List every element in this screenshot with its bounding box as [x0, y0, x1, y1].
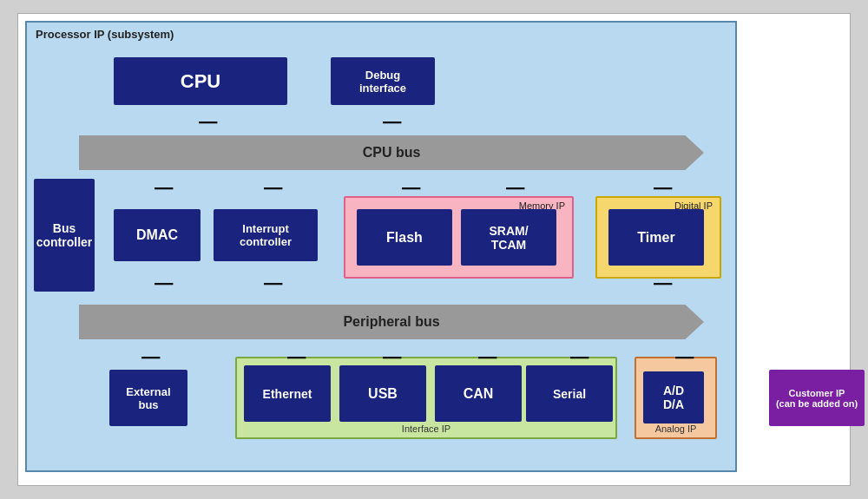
arrow-interrupt-top: ⸻ — [260, 168, 286, 207]
interface-ip-label: Interface IP — [402, 423, 450, 434]
cpu-box: CPU — [114, 57, 287, 105]
arrow-ethernet-down: ⸻ — [283, 342, 309, 372]
arrow-ada-down: ⸻ — [671, 342, 697, 372]
external-bus-label: Externalbus — [126, 385, 170, 411]
arrow-timer-bot: ⸻ — [649, 264, 675, 303]
can-box: CAN — [435, 365, 522, 422]
interrupt-controller-box: Interruptcontroller — [214, 209, 318, 261]
customer-ip-box: Customer IP(can be added on) — [769, 370, 865, 426]
arrow-extbus-down: ⸻ — [137, 342, 163, 372]
arrow-flash-top: ⸻ — [398, 168, 424, 207]
arrow-dmac-bot: ⸻ — [150, 264, 176, 303]
arrow-sram-top: ⸻ — [502, 168, 528, 207]
arrow-can-down: ⸻ — [474, 342, 500, 372]
sram-label: SRAM/TCAM — [489, 224, 528, 252]
flash-label: Flash — [386, 230, 423, 246]
bus-controller-label: Buscontroller — [36, 221, 93, 249]
bus-controller-box: Buscontroller — [34, 179, 95, 292]
dmac-box: DMAC — [114, 209, 201, 261]
timer-box: Timer — [608, 209, 704, 266]
processor-ip-label: Processor IP (subsystem) — [36, 28, 174, 41]
flash-box: Flash — [357, 209, 452, 266]
arrow-cpu-cpubus: ⸻ — [194, 107, 220, 137]
customer-ip-label: Customer IP(can be added on) — [776, 388, 858, 409]
interrupt-label: Interruptcontroller — [240, 222, 292, 248]
peripheral-bus-label: Peripheral bus — [343, 314, 439, 330]
ada-label: A/DD/A — [663, 384, 684, 411]
timer-label: Timer — [637, 230, 674, 246]
serial-box: Serial — [526, 365, 613, 422]
peripheral-bus: Peripheral bus — [79, 305, 704, 339]
external-bus-box: Externalbus — [109, 370, 187, 426]
sram-box: SRAM/TCAM — [461, 209, 556, 266]
arrow-dmac-top: ⸻ — [150, 168, 176, 207]
debug-label: Debuginterface — [359, 69, 406, 95]
cpu-bus: CPU bus — [79, 135, 704, 170]
processor-ip-subsystem: Processor IP (subsystem) Memory IP Digit… — [25, 21, 737, 472]
arrow-usb-down: ⸻ — [378, 342, 404, 372]
arrow-serial-down: ⸻ — [566, 342, 592, 372]
usb-box: USB — [339, 365, 426, 422]
arrow-timer-top: ⸻ — [649, 168, 675, 207]
debug-box: Debuginterface — [331, 57, 435, 105]
usb-label: USB — [368, 386, 398, 402]
can-label: CAN — [464, 386, 494, 402]
ethernet-label: Ethernet — [263, 387, 312, 401]
analog-ip-label: Analog IP — [655, 423, 697, 434]
arrow-interrupt-bot: ⸻ — [260, 264, 286, 303]
ethernet-box: Ethernet — [244, 365, 331, 422]
arrow-debug-cpubus: ⸻ — [378, 107, 404, 137]
cpu-bus-label: CPU bus — [363, 145, 421, 161]
cpu-label: CPU — [181, 70, 220, 93]
dmac-label: DMAC — [136, 227, 178, 243]
serial-label: Serial — [553, 387, 586, 401]
ada-box: A/DD/A — [643, 371, 704, 423]
diagram-wrapper: Processor IP (subsystem) Memory IP Digit… — [17, 13, 851, 486]
